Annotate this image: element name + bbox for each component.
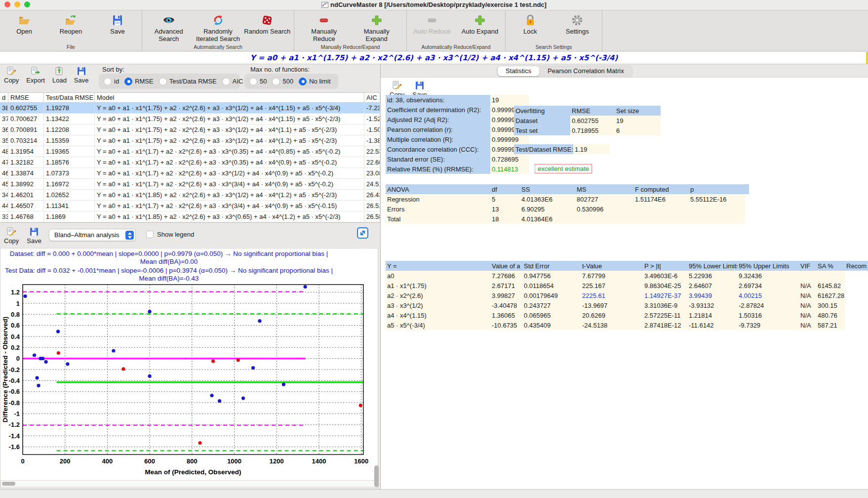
model-row-36[interactable]: 360.7008911.12208Y = a0 + a1 · x1^(1.75)… [0, 124, 380, 135]
cell-rmse: 1.46507 [8, 201, 44, 211]
column-header-rmse[interactable]: RMSE [8, 93, 44, 102]
expand-chart-button[interactable] [356, 227, 369, 239]
auto-expand-button[interactable]: Auto Expand [456, 13, 504, 44]
overfitting-cell: 19 [615, 116, 661, 125]
hscroll-thumb[interactable] [2, 482, 15, 486]
chart-type-dropdown[interactable]: Bland–Altman analysis [49, 229, 136, 241]
data-point-dataset [241, 397, 245, 400]
coeff-cell: -3.40478 [490, 300, 522, 310]
coefficient-row: a07.276860.9477567.677993.49603E-65.2293… [386, 271, 845, 281]
column-header-aic[interactable]: AIC [364, 93, 380, 102]
model-row-48[interactable]: 481.319541.19365Y = a0 + a1 · x1^(1.7) +… [0, 146, 380, 157]
sort-by-option-rmse[interactable]: RMSE [124, 78, 154, 85]
open-folder-icon [18, 13, 31, 28]
radio-icon[interactable] [124, 78, 132, 85]
sort-by-option-id[interactable]: id [104, 78, 119, 85]
svg-text:-1.4: -1.4 [9, 432, 20, 440]
cell-model: Y = a0 + a1 · x1^(1.7) + a2 · x2^(2.6) +… [95, 157, 364, 167]
data-point-dataset [210, 394, 214, 397]
action-label: Load [52, 77, 67, 84]
action-label: Save [74, 77, 89, 84]
toolbar-button-label: Manually Expand [353, 28, 400, 42]
show-legend-checkbox[interactable] [146, 231, 154, 238]
save-button[interactable]: Save [74, 66, 89, 84]
copy-button[interactable]: Copy [4, 226, 19, 245]
model-row-44[interactable]: 441.465071.11341Y = a0 + a1 · x1^(1.7) +… [0, 201, 380, 211]
lock-button[interactable]: Lock [507, 13, 554, 44]
save-button[interactable]: Save [94, 13, 141, 44]
sort-by-option-aic[interactable]: AIC [222, 78, 243, 85]
cell-model: Y = a0 + a1 · x1^(1.7) + a2 · x2^(2.6) +… [95, 146, 364, 157]
vscroll-thumb[interactable] [374, 465, 379, 487]
export-button[interactable]: Export [26, 66, 45, 84]
load-button[interactable]: Load [52, 66, 67, 84]
radio-icon[interactable] [222, 78, 230, 85]
cell-rmse: 0.700627 [8, 114, 44, 124]
reopen-folder-icon [64, 13, 77, 28]
toolbar-button-label: Save [110, 28, 125, 35]
data-point-dataset [251, 366, 255, 370]
svg-text:0: 0 [21, 457, 24, 465]
sort-by-option-test-data-rmse[interactable]: Test/Data RMSE [159, 78, 217, 85]
chart-horizontal-scrollbar[interactable] [0, 480, 378, 487]
tab-statistics[interactable]: Statistics [498, 66, 539, 76]
chart-actions: CopySave [4, 226, 41, 245]
max-functions-option-no-limit[interactable]: No limit [299, 78, 330, 85]
model-row-45[interactable]: 451.389921.16972Y = a0 + a1 · x1^(1.7) +… [0, 179, 380, 190]
data-point-test-data [121, 367, 125, 371]
max-functions-option-500[interactable]: 500 [272, 78, 293, 85]
manually-reduce-button[interactable]: Manually Reduce [300, 13, 348, 44]
model-row-46[interactable]: 461.338741.07373Y = a0 + a1 · x1^(1.7) +… [0, 168, 380, 179]
y-axis-label: Difference (Predicted - Observed) [1, 317, 9, 423]
radio-icon[interactable] [299, 78, 307, 85]
coeff-cell: -13.9697 [581, 300, 643, 310]
coefficient-row: a5 · x5^(-3/4)-10.67350.435409-24.51382.… [386, 320, 845, 330]
column-header-test-data-rmse[interactable]: Test/Data RMSE [44, 93, 95, 102]
radio-icon[interactable] [249, 78, 257, 85]
auto-reduce-button: Auto Reduce [408, 13, 456, 44]
data-point-test-data [198, 441, 202, 445]
anova-cell: 4.01363E6 [520, 194, 575, 204]
cell-td_rmse: 1.18576 [44, 157, 95, 167]
advanced-search-button[interactable]: Advanced Search [145, 13, 193, 44]
anova-cell: 802727 [575, 194, 633, 204]
random-search-button[interactable]: Random Search [243, 13, 291, 44]
reopen-button[interactable]: Reopen [47, 13, 94, 44]
coeff-cell: 2.57225E-11 [643, 310, 687, 320]
radio-icon[interactable] [159, 78, 167, 85]
toolbar-button-label: Randomly Iterated Search [195, 28, 242, 42]
dropdown-stepper-icon[interactable] [125, 231, 134, 240]
anova-col-p: p [689, 184, 749, 194]
model-row-33[interactable]: 331.467681.1869Y = a0 + a1 · x1^(1.85) +… [0, 211, 380, 222]
column-header-model[interactable]: Model [95, 93, 364, 102]
model-row-37[interactable]: 370.7006271.13422Y = a0 + a1 · x1^(1.75)… [0, 114, 380, 124]
cell-td_rmse: 1.16972 [44, 179, 95, 189]
status-bar [0, 489, 868, 498]
cell-aic: -1.38 [364, 135, 380, 146]
model-row-38[interactable]: 380.6027551.19278Y = a0 + a1 · x1^(1.75)… [0, 103, 380, 114]
radio-icon[interactable] [272, 78, 280, 85]
radio-icon[interactable] [104, 78, 112, 85]
column-header-d[interactable]: d [0, 93, 8, 102]
model-row-34[interactable]: 341.462011.02652Y = a0 + a1 · x1^(1.85) … [0, 190, 380, 201]
stat-row: Multiple correlation (R):0.999999 [386, 134, 529, 144]
save-button[interactable]: Save [27, 226, 41, 245]
stat-value: 0.728695 [490, 154, 529, 164]
coeff-cell: 3.99827 [490, 290, 522, 300]
max-functions-option-50[interactable]: 50 [249, 78, 267, 85]
coeff-col-vif: VIF [799, 261, 816, 271]
cell-id: 45 [0, 179, 8, 189]
cell-rmse: 0.703214 [8, 135, 44, 146]
anova-cell [575, 214, 633, 224]
copy-icon [6, 66, 16, 77]
tab-pearson-correlation-matrix[interactable]: Pearson Correlation Matrix [540, 66, 632, 76]
coeff-cell: 1.21814 [687, 310, 737, 320]
copy-button[interactable]: Copy [4, 66, 19, 84]
model-row-47[interactable]: 471.321821.18576Y = a0 + a1 · x1^(1.7) +… [0, 157, 380, 168]
randomly-iterated-search-button[interactable]: Randomly Iterated Search [195, 13, 242, 44]
manually-expand-button[interactable]: Manually Expand [353, 13, 400, 44]
settings-button[interactable]: Settings [554, 13, 601, 44]
model-row-35[interactable]: 350.7032141.15359Y = a0 + a1 · x1^(1.75)… [0, 135, 380, 146]
open-button[interactable]: Open [1, 13, 47, 44]
cell-rmse: 1.32182 [8, 157, 44, 167]
